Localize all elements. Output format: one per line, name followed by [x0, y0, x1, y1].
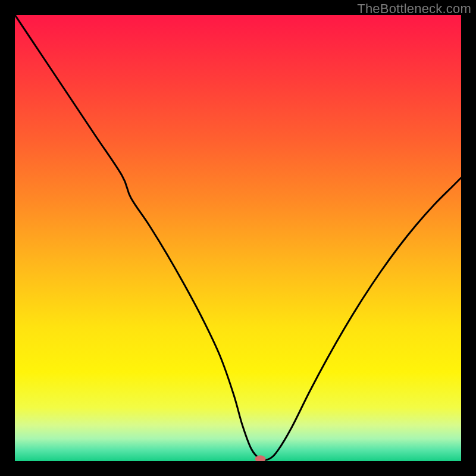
watermark-text: TheBottleneck.com: [357, 1, 471, 17]
bottleneck-chart: [15, 15, 461, 461]
gradient-background: [15, 15, 461, 461]
chart-frame: TheBottleneck.com: [0, 0, 476, 476]
